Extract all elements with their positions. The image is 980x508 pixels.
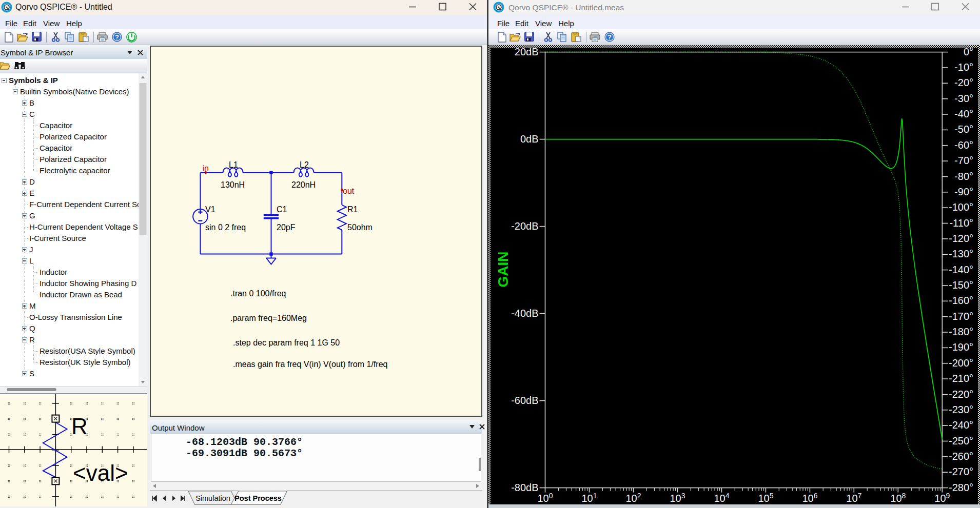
svg-text:Post Process: Post Process [234,494,282,502]
svg-text:-140°: -140° [949,264,973,275]
svg-text:-170°: -170° [949,311,973,322]
svg-text:-80°: -80° [954,171,973,182]
svg-text:107: 107 [846,492,861,504]
svg-text:-240°: -240° [949,419,973,431]
svg-text:-230°: -230° [949,404,973,415]
svg-text:0°: 0° [964,46,973,57]
svg-text:-200°: -200° [949,357,973,369]
svg-text:Simulation: Simulation [195,494,230,502]
svg-text:-60dB: -60dB [511,395,538,406]
svg-text:-190°: -190° [949,341,973,353]
svg-text:-130°: -130° [949,248,973,259]
svg-text:-50°: -50° [954,124,973,135]
svg-text:?: ? [607,33,612,41]
svg-text:-270°: -270° [949,466,973,477]
svg-text:108: 108 [890,492,906,504]
svg-text:?: ? [115,33,119,41]
svg-text:-110°: -110° [949,217,973,229]
svg-text:-250°: -250° [949,435,973,446]
svg-text:104: 104 [714,492,729,504]
svg-text:-80dB: -80dB [511,482,538,493]
svg-text:-10°: -10° [954,62,973,73]
svg-text:109: 109 [934,492,950,504]
svg-text:-160°: -160° [949,295,973,306]
svg-text:-40dB: -40dB [511,308,538,319]
svg-text:-100°: -100° [949,201,973,213]
svg-text:101: 101 [581,492,597,504]
svg-text:-20°: -20° [954,77,973,88]
svg-text:-220°: -220° [949,389,973,400]
svg-text:-210°: -210° [949,373,973,384]
svg-text:102: 102 [625,492,641,504]
svg-text:-280°: -280° [949,482,973,493]
svg-text:100: 100 [537,492,553,504]
svg-text:-260°: -260° [949,451,973,462]
svg-text:106: 106 [802,492,817,504]
svg-text:105: 105 [758,492,773,504]
svg-text:-20dB: -20dB [511,220,538,232]
svg-text:-40°: -40° [954,108,973,119]
svg-text:20dB: 20dB [515,46,539,57]
svg-text:-90°: -90° [954,186,973,197]
svg-text:GAIN: GAIN [495,252,511,288]
svg-text:-70°: -70° [954,155,973,166]
svg-text:-120°: -120° [949,233,973,244]
svg-text:-180°: -180° [949,326,973,337]
svg-text:-60°: -60° [954,139,973,151]
svg-text:103: 103 [670,492,685,504]
svg-text:-150°: -150° [949,279,973,291]
svg-text:0dB: 0dB [520,133,539,145]
svg-text:-30°: -30° [954,93,973,104]
